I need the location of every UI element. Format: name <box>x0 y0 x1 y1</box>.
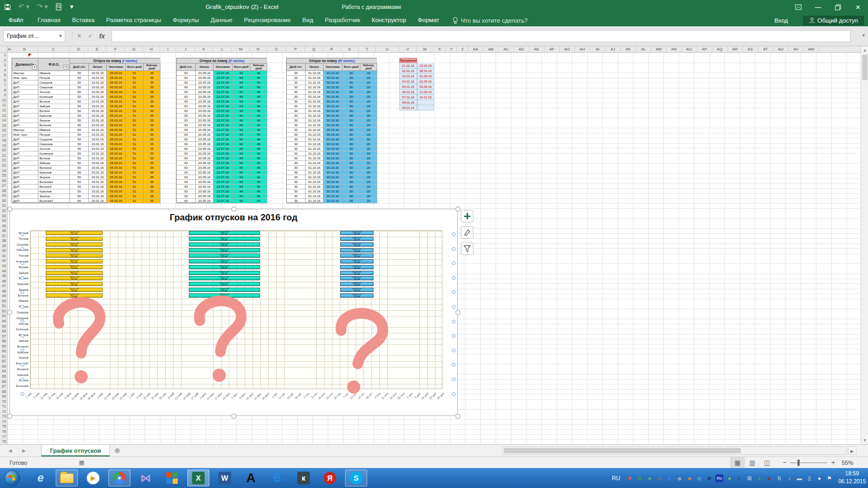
holiday-date[interactable]: 08.03.16 <box>417 68 434 74</box>
selection-handle[interactable] <box>7 414 12 419</box>
cell-value[interactable]: 51 <box>126 104 144 109</box>
page-layout-view-icon[interactable]: ▥ <box>745 457 760 469</box>
cell-value[interactable]: 01.10.16 <box>306 104 324 109</box>
row-header-52[interactable]: 52 <box>0 309 7 314</box>
k-app-icon[interactable]: к <box>292 470 315 486</box>
column-header-L[interactable]: L <box>213 46 232 53</box>
cell-value[interactable]: 30 <box>342 170 360 175</box>
row-header-29[interactable]: 29 <box>0 193 7 198</box>
row-header-9[interactable]: 9 <box>0 93 7 98</box>
row-header-35[interactable]: 35 <box>0 223 7 229</box>
cell-value[interactable]: 30 <box>342 185 360 189</box>
name-box[interactable]: График от...▼ <box>3 30 65 42</box>
row-header-56[interactable]: 56 <box>0 329 7 334</box>
column-header-AB[interactable]: AB <box>483 46 499 53</box>
cell-value[interactable]: 30.10.16 <box>324 156 342 161</box>
gantt-bar[interactable]: 01.10.1630 дн <box>340 248 373 252</box>
cell-value[interactable]: 51 <box>126 80 144 85</box>
column-header-AH[interactable]: AH <box>575 46 590 53</box>
tray-icon-19[interactable]: ● <box>815 474 823 482</box>
cell-name[interactable]: Волков <box>38 99 70 104</box>
cell-value[interactable]: 51 <box>126 199 144 204</box>
cell-value[interactable]: 30 <box>287 137 306 142</box>
gantt-bar[interactable]: 01.10.1630 дн <box>340 259 373 263</box>
column-header-U[interactable]: U <box>376 46 399 53</box>
row-header-59[interactable]: 59 <box>0 344 7 349</box>
cell-value[interactable]: 46 <box>250 99 267 104</box>
cell-value[interactable]: 20.05.16 <box>196 76 214 80</box>
cell-value[interactable]: 35 <box>144 142 160 147</box>
contextual-tab-1[interactable]: Формат <box>412 14 445 26</box>
chart-filters-funnel-button[interactable] <box>461 242 473 255</box>
cell-value[interactable]: 50 <box>70 180 89 185</box>
cell-value[interactable]: 51 <box>126 156 144 161</box>
cell-value[interactable]: 63 <box>177 147 196 151</box>
column-header-AF[interactable]: AF <box>544 46 560 53</box>
zoom-slider-thumb[interactable] <box>798 460 800 466</box>
row-header-30[interactable]: 30 <box>0 198 7 204</box>
row-header-50[interactable]: 50 <box>0 299 7 304</box>
cell-value[interactable]: 30 <box>287 180 306 185</box>
cell-value[interactable]: 22.07.16 <box>214 180 233 185</box>
cell-value[interactable]: 22.07.16 <box>214 90 233 95</box>
cell-value[interactable]: 01.10.16 <box>306 199 324 204</box>
cell-value[interactable]: 30 <box>342 90 360 95</box>
cell-value[interactable]: 35 <box>144 99 160 104</box>
cell-value[interactable]: 50 <box>70 118 89 123</box>
cell-position[interactable]: ДиП <box>12 109 38 114</box>
cell-value[interactable]: 46 <box>250 104 267 109</box>
cell-value[interactable]: 20 <box>360 170 377 175</box>
cell-value[interactable]: 30 <box>287 123 306 128</box>
cell-value[interactable]: 30 <box>342 151 360 156</box>
cell-value[interactable]: 51 <box>126 133 144 137</box>
cell-position[interactable]: ДиП <box>12 170 38 175</box>
cell-value[interactable]: 01.10.16 <box>306 161 324 166</box>
cell-value[interactable]: 22.07.16 <box>214 151 233 156</box>
tray-icon-4[interactable]: ▣ <box>665 474 673 482</box>
cell-value[interactable]: 51 <box>126 76 144 80</box>
scroll-down-icon[interactable]: ▼ <box>862 437 868 444</box>
cell-value[interactable]: 30 <box>342 166 360 170</box>
cell-value[interactable]: 63 <box>177 166 196 170</box>
cell-value[interactable]: 50 <box>70 151 89 156</box>
cell-value[interactable]: 20.05.16 <box>196 104 214 109</box>
cell-value[interactable]: 30 <box>287 166 306 170</box>
column-header-AM[interactable]: AM <box>651 46 667 53</box>
cell-value[interactable]: 30 <box>342 156 360 161</box>
cell-value[interactable]: 35 <box>144 90 160 95</box>
row-header-74[interactable]: 74 <box>0 419 7 424</box>
cell-value[interactable]: 05.03.16 <box>107 109 126 114</box>
sheet-tab-active[interactable]: График отпусков <box>41 445 110 456</box>
cell-value[interactable]: 46 <box>250 156 267 161</box>
cell-value[interactable]: 30.10.16 <box>324 170 342 175</box>
gantt-bar[interactable]: 01.10.1630 дн <box>340 237 373 241</box>
cell-name[interactable]: Зайцев <box>38 161 70 166</box>
cell-value[interactable]: 22.07.16 <box>214 137 233 142</box>
column-header-Y[interactable]: Y <box>446 46 457 53</box>
row-header-65[interactable]: 65 <box>0 374 7 379</box>
cell-value[interactable]: 15.01.16 <box>89 137 107 142</box>
cell-value[interactable]: 64 <box>233 142 250 147</box>
tray-icon-9[interactable]: Ru <box>715 474 723 482</box>
cell-value[interactable]: 20.05.16 <box>196 109 214 114</box>
cell-value[interactable]: 46 <box>250 137 267 142</box>
cell-value[interactable]: 30.10.16 <box>324 142 342 147</box>
cell-value[interactable]: 63 <box>177 185 196 189</box>
cell-position[interactable]: ДиП <box>12 118 38 123</box>
row-header-58[interactable]: 58 <box>0 339 7 344</box>
column-header-AV[interactable]: AV <box>789 46 804 53</box>
cell-value[interactable]: 20.05.16 <box>196 114 214 118</box>
enter-check-icon[interactable]: ✓ <box>88 33 93 39</box>
cell-value[interactable]: 30 <box>287 104 306 109</box>
cell-value[interactable]: 64 <box>233 180 250 185</box>
cell-value[interactable]: 20 <box>360 80 377 85</box>
cell-name[interactable]: Сидоров <box>38 137 70 142</box>
excel-icon[interactable]: X <box>187 470 209 486</box>
row-header-38[interactable]: 38 <box>0 238 7 243</box>
cell-value[interactable]: 51 <box>126 114 144 118</box>
row-header-78[interactable]: 78 <box>0 439 7 444</box>
cell-value[interactable]: 35 <box>144 166 160 170</box>
cell-value[interactable]: 20 <box>360 161 377 166</box>
cell-value[interactable]: 01.10.16 <box>306 133 324 137</box>
cell-value[interactable]: 35 <box>144 189 160 194</box>
